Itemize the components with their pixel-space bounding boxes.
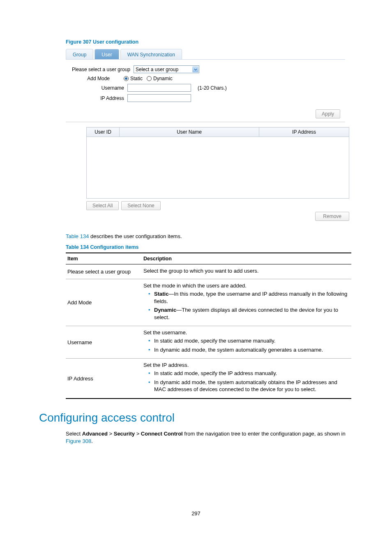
radio-static-label: Static xyxy=(130,76,143,81)
item-cell: IP Address xyxy=(66,359,142,399)
page-number: 297 xyxy=(0,510,392,517)
select-all-button[interactable]: Select All xyxy=(86,201,119,210)
apply-button[interactable]: Apply xyxy=(316,109,340,118)
text-span: . xyxy=(91,438,93,444)
col-user-name: User Name xyxy=(120,127,259,137)
col-ip-address: IP Address xyxy=(259,127,349,137)
select-group-label: Please select a user group xyxy=(66,67,134,72)
body-paragraph: Select Advanced > Security > Connect Con… xyxy=(66,430,351,445)
desc-text: Set the username. xyxy=(143,329,350,336)
list-item: In dynamic add mode, the system automati… xyxy=(148,379,350,393)
table-empty-body xyxy=(87,137,349,199)
intro-rest: describes the user configuration items. xyxy=(89,233,182,239)
username-input[interactable] xyxy=(127,84,191,92)
bullet-rest: —In this mode, type the username and IP … xyxy=(154,291,347,304)
tab-user[interactable]: User xyxy=(95,49,119,59)
form-area: Please select a user group Select a user… xyxy=(66,64,345,108)
text-span: Select xyxy=(66,431,82,437)
user-group-select[interactable]: Select a user group xyxy=(134,65,199,73)
radio-dynamic-item[interactable]: Dynamic xyxy=(147,76,173,81)
table-xref[interactable]: Table 134 xyxy=(66,233,89,239)
radio-static-item[interactable]: Static xyxy=(124,76,143,81)
desc-cell: Set the IP address. In static add mode, … xyxy=(142,359,351,399)
figure-xref[interactable]: Figure 308 xyxy=(66,438,91,444)
radio-dynamic-icon xyxy=(147,76,152,81)
desc-text: Set the mode in which the users are adde… xyxy=(143,283,350,289)
bullet-rest: —The system displays all devices connect… xyxy=(154,307,338,320)
config-items-table: Item Description Please select a user gr… xyxy=(66,253,351,399)
list-item: In dynamic add mode, the system automati… xyxy=(148,346,350,354)
add-mode-label: Add Mode xyxy=(66,76,113,81)
username-hint: (1-20 Chars.) xyxy=(198,85,227,91)
radio-dynamic-label: Dynamic xyxy=(153,76,173,81)
bold-text: Advanced xyxy=(82,431,108,437)
table-intro-text: Table 134 describes the user configurati… xyxy=(66,233,353,239)
tab-bar: Group User WAN Synchronization xyxy=(66,49,345,60)
table-row: Username Set the username. In static add… xyxy=(66,326,351,359)
list-item: Static—In this mode, type the username a… xyxy=(148,290,350,305)
screenshot-panel: Group User WAN Synchronization Please se… xyxy=(66,49,345,221)
user-group-select-wrap: Select a user group xyxy=(134,65,199,73)
desc-cell: Set the mode in which the users are adde… xyxy=(142,279,351,326)
figure-caption: Figure 307 User configuration xyxy=(66,39,353,45)
list-item: In static add mode, specify the IP addre… xyxy=(148,370,350,377)
text-span: > xyxy=(108,431,114,437)
text-span: > xyxy=(135,431,141,437)
ipaddress-label: IP Address xyxy=(66,95,127,101)
item-cell: Please select a user group xyxy=(66,264,142,279)
col-user-id: User ID xyxy=(87,127,120,137)
bold-term: Dynamic xyxy=(154,307,176,313)
bold-term: Static xyxy=(154,291,168,297)
desc-text: Select the group to which you want to ad… xyxy=(143,268,350,274)
bold-text: Security xyxy=(114,431,135,437)
item-cell: Username xyxy=(66,326,142,359)
doc-th-description: Description xyxy=(142,253,351,264)
user-data-table: User ID User Name IP Address xyxy=(86,127,349,199)
remove-button[interactable]: Remove xyxy=(315,212,349,221)
list-item: In static add mode, specify the username… xyxy=(148,337,350,345)
ipaddress-input[interactable] xyxy=(127,94,191,102)
section-heading: Configuring access control xyxy=(39,411,353,424)
list-item: Dynamic—The system displays all devices … xyxy=(148,306,350,321)
desc-text: Set the IP address. xyxy=(143,362,350,368)
doc-th-item: Item xyxy=(66,253,142,264)
tab-group[interactable]: Group xyxy=(66,49,93,59)
username-label: Username xyxy=(66,85,127,91)
table-row: IP Address Set the IP address. In static… xyxy=(66,359,351,399)
select-none-button[interactable]: Select None xyxy=(121,201,160,210)
table-caption: Table 134 Configuration items xyxy=(66,244,353,250)
bold-text: Connect Control xyxy=(141,431,183,437)
desc-cell: Select the group to which you want to ad… xyxy=(142,264,351,279)
desc-cell: Set the username. In static add mode, sp… xyxy=(142,326,351,359)
table-row: Please select a user group Select the gr… xyxy=(66,264,351,279)
item-cell: Add Mode xyxy=(66,279,142,326)
text-span: from the navigation tree to enter the co… xyxy=(183,431,346,437)
tab-wan-sync[interactable]: WAN Synchronization xyxy=(120,49,182,59)
radio-static-icon xyxy=(124,76,129,81)
table-row: Add Mode Set the mode in which the users… xyxy=(66,279,351,326)
